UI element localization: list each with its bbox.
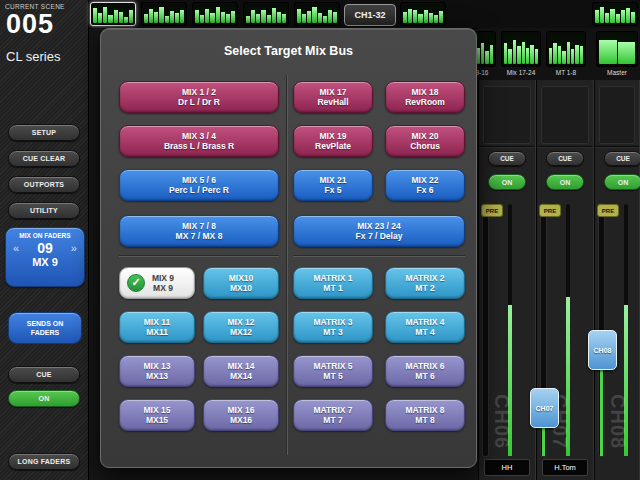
mix-pair-button-label: MIX 5 / 6 [182,175,216,185]
bank-nav-block[interactable]: Mix 17-24 [501,31,541,76]
on-button[interactable]: ON [8,390,80,407]
meter-level [180,10,184,23]
mix-on-faders-panel[interactable]: MIX ON FADERS « 09 » MX 9 [5,227,85,287]
meter-bar [277,5,281,23]
mix-pair-button[interactable]: MIX 5 / 6Perc L / Perc R [119,169,279,201]
mix-button[interactable]: MIX 16MX16 [203,399,279,431]
fader-knob[interactable]: CH07 [530,388,559,428]
meter-bar [418,5,422,23]
meter-level [530,45,533,65]
meter-level [144,14,148,23]
matrix-button-name: MT 8 [415,415,434,425]
input-meter-group[interactable] [294,2,340,26]
meter-bar [221,5,225,23]
mix-button[interactable]: ✓MIX 9MX 9 [119,267,195,299]
bank-select-button[interactable]: CH1-32 [344,4,396,26]
matrix-button[interactable]: MATRIX 7MT 7 [293,399,373,431]
long-faders-button[interactable]: LONG FADERS [8,453,80,470]
dialog-title: Select Target Mix Bus [101,44,476,58]
mix-next-arrow-icon[interactable]: » [71,241,77,255]
mix-button[interactable]: MIX 22Fx 6 [385,169,465,201]
mix-pair-button[interactable]: MIX 23 / 24Fx 7 / Delay [293,215,465,247]
fader-track[interactable] [483,204,488,456]
outports-button[interactable]: OUTPORTS [8,176,80,193]
input-meter-group[interactable] [90,2,136,26]
meter-bar [580,34,583,64]
setup-button[interactable]: SETUP [8,124,80,141]
mix-pair-button-name: MX 7 / MX 8 [176,231,223,241]
fader-knob[interactable]: CH08 [588,330,617,370]
bank-meter-group [501,31,541,67]
input-meter-group[interactable] [243,2,289,26]
bank-nav-block[interactable]: MT 1-8 [546,31,586,76]
cue-clear-button[interactable]: CUE CLEAR [8,150,80,167]
meter-level [526,48,529,65]
mix-button-name: MX15 [146,415,168,425]
mix-pair-button[interactable]: MIX 7 / 8MX 7 / MX 8 [119,215,279,247]
channel-on-button[interactable]: ON [604,174,640,190]
matrix-button[interactable]: MATRIX 3MT 3 [293,311,373,343]
pre-toggle[interactable]: PRE [597,204,619,217]
meter-bar [481,34,484,64]
meter-level [210,13,214,23]
matrix-button[interactable]: MATRIX 6MT 6 [385,355,465,387]
channel-cue-button[interactable]: CUE [546,151,584,166]
pre-toggle[interactable]: PRE [481,204,503,217]
meter-bar [124,5,128,23]
mix-button[interactable]: MIX 12MX12 [203,311,279,343]
mix-button[interactable]: MIX10MX10 [203,267,279,299]
meter-bar [605,5,609,23]
meter-level [302,14,306,23]
mix-button-label: MIX 14 [228,361,255,371]
pre-toggle[interactable]: PRE [539,204,561,217]
matrix-button[interactable]: MATRIX 5MT 5 [293,355,373,387]
mix-button-label: MIX 17 [320,87,347,97]
meter-level [221,12,225,23]
mix-pair-button-name: Fx 7 / Delay [356,231,403,241]
input-meter-group[interactable] [141,2,187,26]
mix-button[interactable]: MIX 19RevPlate [293,125,373,157]
meter-bar [267,5,271,23]
bank-nav-block[interactable]: Master [596,31,638,76]
matrix-button[interactable]: MATRIX 1MT 1 [293,267,373,299]
mix-button[interactable]: MIX 21Fx 5 [293,169,373,201]
mix-button[interactable]: MIX 17RevHall [293,81,373,113]
mix-button-label: MIX 19 [320,131,347,141]
mix-button-name: MX 9 [153,283,173,293]
meter-bar [535,34,538,64]
channel-cue-button[interactable]: CUE [604,151,640,166]
sends-on-faders-button[interactable]: SENDS ON FADERS [8,312,82,344]
cue-button[interactable]: CUE [8,366,80,383]
input-meter-group[interactable] [592,2,638,26]
input-meter-group[interactable] [400,2,446,26]
meter-bar [318,5,322,23]
meter-bar [154,5,158,23]
meter-bar [621,5,625,23]
matrix-button[interactable]: MATRIX 4MT 4 [385,311,465,343]
meter-bar [328,5,332,23]
matrix-button[interactable]: MATRIX 2MT 2 [385,267,465,299]
channel-cue-button[interactable]: CUE [488,151,526,166]
mix-pair-button[interactable]: MIX 3 / 4Brass L / Brass R [119,125,279,157]
meter-level [504,43,507,64]
mix-prev-arrow-icon[interactable]: « [13,241,19,255]
matrix-button-name: MT 4 [415,327,434,337]
mix-button-name: Fx 6 [416,185,433,195]
mix-name: MX 9 [6,256,84,268]
mix-button-name: MX10 [230,283,252,293]
mix-button[interactable]: MIX 18RevRoom [385,81,465,113]
meter-level [481,43,484,64]
mix-button[interactable]: MIX 11MX11 [119,311,195,343]
input-meter-group[interactable] [192,2,238,26]
meter-level [272,8,276,23]
mix-button[interactable]: MIX 13MX13 [119,355,195,387]
mix-pair-button[interactable]: MIX 1 / 2Dr L / Dr R [119,81,279,113]
channel-on-button[interactable]: ON [488,174,526,190]
mix-button[interactable]: MIX 14MX14 [203,355,279,387]
utility-button[interactable]: UTILITY [8,202,80,219]
mix-button[interactable]: MIX 15MX15 [119,399,195,431]
matrix-button[interactable]: MATRIX 8MT 8 [385,399,465,431]
channel-on-button[interactable]: ON [546,174,584,190]
meter-level [522,42,525,65]
mix-button[interactable]: MIX 20Chorus [385,125,465,157]
